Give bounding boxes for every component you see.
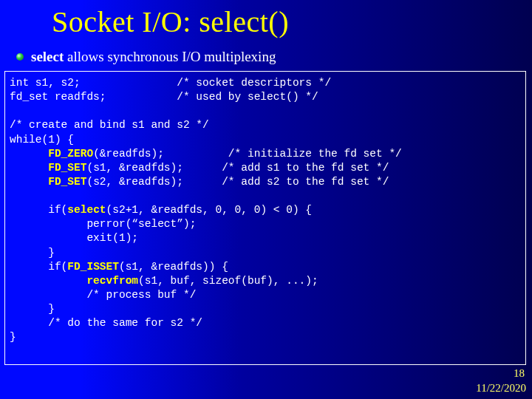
code-line: perror(“select”); bbox=[10, 218, 196, 230]
code-line: FD_SET(s1, &readfds); /* add s1 to the f… bbox=[10, 162, 389, 174]
code-line: recvfrom(s1, buf, sizeof(buf), ...); bbox=[10, 275, 318, 287]
code-line: FD_ZERO(&readfds); /* initialize the fd … bbox=[10, 148, 402, 160]
select-call: select bbox=[67, 204, 106, 216]
code-line: } bbox=[10, 331, 16, 343]
slide: Socket I/O: select() select allows synch… bbox=[0, 0, 532, 399]
code-line: /* process buf */ bbox=[10, 289, 196, 301]
fd-zero-macro: FD_ZERO bbox=[48, 148, 93, 160]
fd-set-macro: FD_SET bbox=[48, 176, 86, 188]
page-number: 18 bbox=[514, 367, 525, 380]
fd-isset-macro: FD_ISSET bbox=[67, 261, 119, 273]
slide-title: Socket I/O: select() bbox=[52, 4, 289, 39]
code-line: FD_SET(s2, &readfds); /* add s2 to the f… bbox=[10, 176, 389, 188]
recvfrom-call: recvfrom bbox=[86, 275, 138, 287]
bullet-row: select allows synchronous I/O multiplexi… bbox=[16, 49, 276, 65]
bullet-rest: allows synchronous I/O multiplexing bbox=[64, 49, 276, 64]
code-line: if(FD_ISSET(s1, &readfds)) { bbox=[10, 261, 228, 273]
code-line: exit(1); bbox=[10, 232, 138, 244]
code-block: int s1, s2; /* socket descriptors */ fd_… bbox=[4, 71, 526, 365]
code-line: } bbox=[10, 247, 55, 259]
code-line: fd_set readfds; /* used by select() */ bbox=[10, 91, 318, 103]
bullet-text: select allows synchronous I/O multiplexi… bbox=[31, 49, 276, 65]
code-line: int s1, s2; /* socket descriptors */ bbox=[10, 77, 331, 89]
code-line: /* do the same for s2 */ bbox=[10, 317, 202, 329]
code-line: /* create and bind s1 and s2 */ bbox=[10, 119, 209, 131]
code-line: while(1) { bbox=[10, 134, 74, 146]
bullet-icon bbox=[16, 53, 24, 61]
bullet-bold: select bbox=[31, 49, 64, 64]
footer-date: 11/22/2020 bbox=[476, 382, 526, 395]
code-line: if(select(s2+1, &readfds, 0, 0, 0) < 0) … bbox=[10, 204, 312, 216]
code-line: } bbox=[10, 303, 55, 315]
fd-set-macro: FD_SET bbox=[48, 162, 86, 174]
